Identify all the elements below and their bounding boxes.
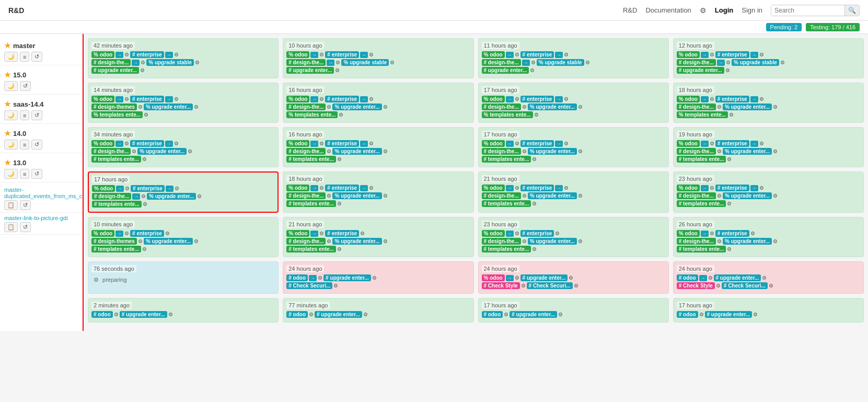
module-odoo[interactable]: # odoo <box>677 274 698 281</box>
gear-icon[interactable]: ⚙ <box>717 193 722 199</box>
nav-login-link[interactable]: Login <box>715 6 733 14</box>
branch-name-link[interactable]: master-link-to-picture-gdi <box>4 215 78 221</box>
module-templates[interactable]: # templates ente... <box>286 200 336 207</box>
gear-icon[interactable]: ⚙ <box>369 52 374 58</box>
arrow-icon[interactable]: → <box>165 96 173 102</box>
module-design[interactable]: # design-the... <box>482 238 521 245</box>
module-odoo[interactable]: % odoo <box>92 185 115 192</box>
module-odoo[interactable]: % odoo <box>91 140 114 147</box>
gear-icon[interactable]: ⚙ <box>175 186 179 191</box>
arrow-icon[interactable]: → <box>310 52 318 58</box>
module-enterprise[interactable]: # enterprise <box>130 96 164 102</box>
copy-btn-link[interactable]: 📋 <box>4 222 18 232</box>
gear-icon[interactable]: ⚙ <box>569 275 573 281</box>
arrow-icon[interactable]: → <box>750 141 758 147</box>
gear-icon[interactable]: ⚙ <box>750 231 755 236</box>
arrow-icon[interactable]: → <box>555 52 563 58</box>
nav-docs-link[interactable]: Documentation <box>645 6 691 14</box>
module-enterprise[interactable]: # enterprise <box>715 230 749 237</box>
arrow-icon[interactable]: → <box>166 186 173 192</box>
gear-icon[interactable]: ⚙ <box>578 238 583 244</box>
gear-icon[interactable]: ⚙ <box>727 156 732 162</box>
gear-icon[interactable]: ⚙ <box>564 96 569 102</box>
gear-icon[interactable]: ⚙ <box>725 67 730 73</box>
module-design[interactable]: # design-the... <box>677 59 716 66</box>
module-upgrade-enter[interactable]: % upgrade enter... <box>144 238 193 245</box>
arrow-icon[interactable]: → <box>360 141 368 147</box>
moon-btn-saas144[interactable]: 🌙 <box>4 110 18 120</box>
module-templates[interactable]: % templates ente... <box>677 111 728 118</box>
gear-icon[interactable]: ⚙ <box>558 312 563 317</box>
module-design[interactable]: # design-the... <box>482 59 521 66</box>
star-icon-15[interactable]: ★ <box>4 71 11 79</box>
gear-icon[interactable]: ⚙ <box>564 185 569 191</box>
module-upgrade-stable[interactable]: % upgrade stable <box>732 59 779 66</box>
gear-icon[interactable]: ⚙ <box>521 283 526 289</box>
gear-icon[interactable]: ⚙ <box>717 148 722 154</box>
moon-btn-14[interactable]: 🌙 <box>4 140 18 150</box>
gear-icon[interactable]: ⚙ <box>141 60 145 65</box>
module-enterprise[interactable]: # enterprise <box>325 96 359 102</box>
module-check-style[interactable]: # Check Style <box>677 282 715 289</box>
module-upgrade-enter[interactable]: # upgrade enter... <box>510 311 557 318</box>
gear-icon[interactable]: ⚙ <box>530 67 535 73</box>
gear-icon[interactable]: ⚙ <box>564 141 569 146</box>
module-design[interactable]: # design-the... <box>677 238 716 245</box>
module-templates[interactable]: # templates ente... <box>286 156 336 163</box>
module-templates[interactable]: # templates ente... <box>677 246 726 252</box>
arrow-icon[interactable]: → <box>360 96 368 102</box>
gear-icon[interactable]: ⚙ <box>124 141 129 146</box>
gear-icon[interactable]: ⚙ <box>710 231 714 236</box>
refresh-btn-master[interactable]: ↺ <box>31 52 42 62</box>
module-upgrade-enter[interactable]: % upgrade enter... <box>528 192 577 199</box>
module-design[interactable]: # design-the... <box>91 59 131 66</box>
arrow-icon[interactable]: → <box>701 52 709 58</box>
module-upgrade-enter[interactable]: # upgrade enter... <box>714 274 761 281</box>
gear-icon[interactable]: ⚙ <box>515 275 519 281</box>
module-enterprise[interactable]: # enterprise <box>520 51 554 58</box>
gear-icon[interactable]: ⚙ <box>337 201 342 206</box>
gear-icon[interactable]: ⚙ <box>327 104 331 110</box>
gear-icon[interactable]: ⚙ <box>531 60 536 65</box>
module-templates[interactable]: # templates ente... <box>677 156 726 163</box>
arrow-icon[interactable]: → <box>310 141 318 147</box>
gear-icon[interactable]: ⚙ <box>360 231 365 236</box>
gear-icon[interactable]: ⚙ <box>114 312 119 317</box>
gear-icon[interactable]: ⚙ <box>309 312 314 317</box>
module-odoo[interactable]: % odoo <box>286 140 309 147</box>
module-upgrade-enter[interactable]: % upgrade enter... <box>332 104 381 110</box>
gear-icon[interactable]: ⚙ <box>515 185 519 191</box>
gear-icon[interactable]: ⚙ <box>143 201 147 207</box>
gear-icon[interactable]: ⚙ <box>515 141 519 146</box>
gear-icon[interactable]: ⚙ <box>515 52 519 58</box>
module-enterprise[interactable]: # enterprise <box>130 140 164 147</box>
moon-btn-master[interactable]: 🌙 <box>4 52 18 62</box>
module-enterprise[interactable]: # enterprise <box>520 96 554 102</box>
module-enterprise[interactable]: # enterprise <box>325 230 359 237</box>
gear-icon[interactable]: ⚙ <box>319 185 324 191</box>
module-upgrade-enter[interactable]: % upgrade enter... <box>528 104 577 110</box>
gear-icon[interactable]: ⚙ <box>333 283 338 289</box>
arrow-icon[interactable]: → <box>555 96 563 102</box>
arrow-icon[interactable]: → <box>506 185 514 191</box>
gear-icon[interactable]: ⚙ <box>337 246 342 252</box>
list-btn-saas144[interactable]: ≡ <box>20 110 29 120</box>
refresh-btn-link[interactable]: ↺ <box>20 222 31 232</box>
module-odoo[interactable]: # odoo <box>677 311 698 318</box>
arrow-icon[interactable]: → <box>522 60 530 66</box>
module-upgrade-enter[interactable]: # upgrade enter... <box>677 67 724 74</box>
module-design[interactable]: # design-the... <box>286 148 326 155</box>
module-design[interactable]: # design-themes <box>91 238 137 245</box>
arrow-icon[interactable]: → <box>717 60 725 66</box>
moon-btn-13[interactable]: 🌙 <box>4 169 18 179</box>
gear-icon[interactable]: ⚙ <box>534 112 539 118</box>
gear-icon[interactable]: ⚙ <box>372 275 377 281</box>
arrow-icon[interactable]: → <box>115 231 123 237</box>
module-upgrade-enter[interactable]: % upgrade enter... <box>332 238 381 245</box>
gear-icon[interactable]: ⚙ <box>699 312 704 317</box>
list-btn-14[interactable]: ≡ <box>20 140 29 150</box>
module-templates[interactable]: % templates ente... <box>91 111 143 118</box>
gear-icon[interactable]: ⚙ <box>142 156 147 162</box>
module-templates[interactable]: # templates ente... <box>482 200 531 207</box>
arrow-icon[interactable]: → <box>506 141 514 147</box>
